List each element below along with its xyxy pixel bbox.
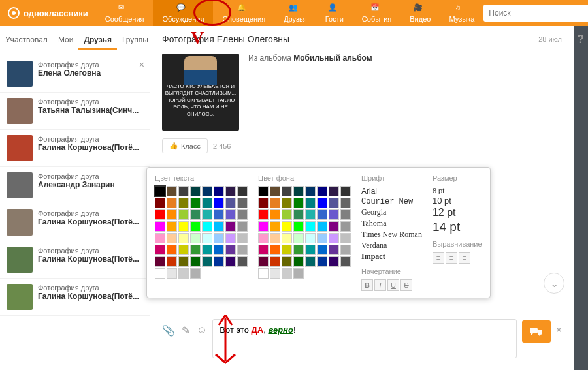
emoji-icon[interactable]: ☺ bbox=[197, 324, 207, 337]
color-swatch[interactable] bbox=[225, 233, 236, 243]
color-swatch[interactable] bbox=[282, 186, 292, 196]
font-option[interactable]: Arial bbox=[361, 186, 422, 196]
underline-button[interactable]: U bbox=[387, 279, 399, 291]
italic-button[interactable]: I bbox=[374, 279, 386, 291]
color-swatch[interactable] bbox=[178, 209, 189, 220]
tab-Мои[interactable]: Мои bbox=[53, 31, 79, 50]
color-swatch[interactable] bbox=[329, 233, 339, 243]
friend-item[interactable]: Фотография другаГалина Коршунова(Потё... bbox=[0, 241, 150, 279]
nav-messages[interactable]: ✉Сообщения bbox=[96, 0, 154, 26]
color-swatch[interactable] bbox=[202, 198, 212, 208]
color-swatch[interactable] bbox=[178, 233, 189, 243]
friend-item[interactable]: Фотография другаЕлена Олеговна× bbox=[0, 55, 150, 93]
close-icon[interactable]: × bbox=[139, 59, 144, 70]
search-input[interactable] bbox=[489, 8, 587, 18]
color-swatch[interactable] bbox=[270, 233, 280, 243]
color-swatch[interactable] bbox=[237, 209, 248, 220]
color-swatch[interactable] bbox=[329, 209, 339, 220]
size-option[interactable]: 12 pt bbox=[433, 206, 482, 219]
color-swatch[interactable] bbox=[293, 198, 304, 208]
color-swatch[interactable] bbox=[329, 221, 339, 232]
search-box[interactable] bbox=[483, 5, 588, 22]
color-swatch[interactable] bbox=[317, 186, 327, 196]
color-swatch[interactable] bbox=[293, 268, 304, 279]
align-left-button[interactable]: ≡ bbox=[433, 252, 444, 264]
color-swatch[interactable] bbox=[317, 221, 327, 232]
color-swatch[interactable] bbox=[202, 186, 212, 196]
color-swatch[interactable] bbox=[155, 245, 165, 255]
friend-item[interactable]: Фотография другаГалина Коршунова(Потё... bbox=[0, 204, 150, 241]
color-swatch[interactable] bbox=[214, 221, 224, 232]
color-swatch[interactable] bbox=[167, 209, 177, 220]
font-option[interactable]: Times New Roman bbox=[361, 229, 422, 240]
color-swatch[interactable] bbox=[237, 186, 248, 196]
font-option[interactable]: Impact bbox=[361, 251, 422, 262]
color-swatch[interactable] bbox=[305, 186, 316, 196]
color-swatch[interactable] bbox=[178, 256, 189, 267]
color-swatch[interactable] bbox=[258, 209, 269, 220]
color-swatch[interactable] bbox=[329, 186, 339, 196]
color-swatch[interactable] bbox=[214, 186, 224, 196]
color-swatch[interactable] bbox=[225, 209, 236, 220]
align-center-button[interactable]: ≡ bbox=[446, 252, 457, 264]
color-swatch[interactable] bbox=[317, 245, 327, 255]
color-swatch[interactable] bbox=[317, 209, 327, 220]
color-swatch[interactable] bbox=[155, 268, 165, 279]
color-swatch[interactable] bbox=[340, 245, 351, 255]
color-swatch[interactable] bbox=[293, 256, 304, 267]
color-swatch[interactable] bbox=[282, 209, 292, 220]
nav-friends[interactable]: 👥Друзья bbox=[274, 0, 316, 26]
color-swatch[interactable] bbox=[258, 256, 269, 267]
color-swatch[interactable] bbox=[293, 209, 304, 220]
color-swatch[interactable] bbox=[190, 256, 201, 267]
color-swatch[interactable] bbox=[214, 245, 224, 255]
color-swatch[interactable] bbox=[202, 221, 212, 232]
color-swatch[interactable] bbox=[282, 245, 292, 255]
color-swatch[interactable] bbox=[155, 233, 165, 243]
align-right-button[interactable]: ≡ bbox=[459, 252, 470, 264]
color-swatch[interactable] bbox=[155, 209, 165, 220]
color-swatch[interactable] bbox=[190, 268, 201, 279]
color-swatch[interactable] bbox=[258, 268, 269, 279]
friend-item[interactable]: Фотография другаГалина Коршунова(Потё... bbox=[0, 130, 150, 167]
color-swatch[interactable] bbox=[258, 245, 269, 255]
tab-Друзья[interactable]: Друзья bbox=[78, 31, 117, 50]
color-swatch[interactable] bbox=[340, 198, 351, 208]
color-swatch[interactable] bbox=[214, 198, 224, 208]
color-swatch[interactable] bbox=[155, 221, 165, 232]
color-swatch[interactable] bbox=[270, 198, 280, 208]
collapse-button[interactable]: ⌄ bbox=[544, 273, 564, 294]
color-swatch[interactable] bbox=[178, 245, 189, 255]
friend-item[interactable]: Фотография другаАлександр Заварин bbox=[0, 167, 150, 204]
color-swatch[interactable] bbox=[202, 233, 212, 243]
color-swatch[interactable] bbox=[329, 245, 339, 255]
color-swatch[interactable] bbox=[270, 268, 280, 279]
color-swatch[interactable] bbox=[167, 186, 177, 196]
comment-input[interactable]: Вот это ДА, верно! bbox=[212, 319, 516, 358]
color-swatch[interactable] bbox=[293, 221, 304, 232]
color-swatch[interactable] bbox=[237, 233, 248, 243]
color-swatch[interactable] bbox=[190, 221, 201, 232]
color-swatch[interactable] bbox=[167, 233, 177, 243]
nav-discussions[interactable]: 💬Обсуждения bbox=[153, 0, 213, 26]
color-swatch[interactable] bbox=[340, 209, 351, 220]
color-swatch[interactable] bbox=[305, 233, 316, 243]
font-option[interactable]: Courier New bbox=[361, 196, 422, 207]
color-swatch[interactable] bbox=[340, 256, 351, 267]
color-swatch[interactable] bbox=[190, 245, 201, 255]
color-swatch[interactable] bbox=[305, 256, 316, 267]
color-swatch[interactable] bbox=[258, 198, 269, 208]
help-icon[interactable]: ? bbox=[577, 33, 584, 46]
nav-guests[interactable]: 👤Гости bbox=[316, 0, 353, 26]
friend-item[interactable]: Фотография другаГалина Коршунова(Потё... bbox=[0, 279, 150, 316]
color-swatch[interactable] bbox=[214, 209, 224, 220]
color-swatch[interactable] bbox=[340, 233, 351, 243]
color-swatch[interactable] bbox=[155, 256, 165, 267]
font-option[interactable]: Georgia bbox=[361, 207, 422, 218]
close-icon[interactable]: × bbox=[556, 319, 562, 336]
color-swatch[interactable] bbox=[305, 209, 316, 220]
color-swatch[interactable] bbox=[202, 209, 212, 220]
color-swatch[interactable] bbox=[282, 233, 292, 243]
color-swatch[interactable] bbox=[293, 233, 304, 243]
nav-video[interactable]: 🎥Видео bbox=[400, 0, 440, 26]
